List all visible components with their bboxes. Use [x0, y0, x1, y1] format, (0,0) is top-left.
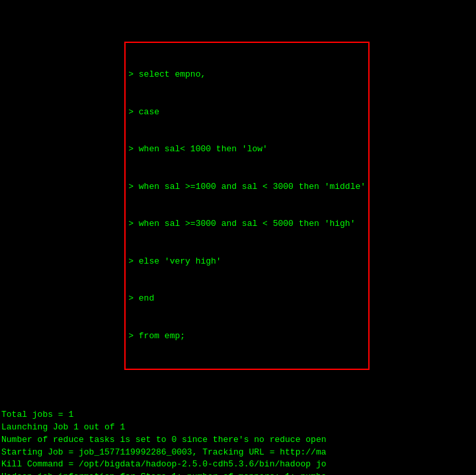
log-line-5: Hadoop job information for Stage-1: numb…	[1, 471, 475, 475]
sql-line-8: > from emp;	[128, 330, 366, 343]
sql-block: > select empno, > case > when sal< 1000 …	[124, 42, 370, 371]
sql-line-1: > select empno,	[128, 69, 366, 81]
terminal-output: > select empno, > case > when sal< 1000 …	[0, 0, 476, 475]
sql-line-5: > when sal >=3000 and sal < 5000 then 'h…	[128, 218, 366, 231]
log-lines: Total jobs = 1Launching Job 1 out of 1Nu…	[1, 409, 475, 475]
sql-line-6: > else 'very high'	[128, 256, 366, 268]
sql-line-2: > case	[128, 106, 366, 119]
log-line-4: Kill Command = /opt/bigdata/hadoop-2.5.0…	[1, 458, 475, 471]
sql-line-7: > end	[128, 293, 366, 305]
sql-line-3: > when sal< 1000 then 'low'	[128, 143, 366, 156]
sql-line-4: > when sal >=1000 and sal < 3000 then 'm…	[128, 181, 366, 194]
log-line-3: Starting Job = job_1577119992286_0003, T…	[1, 447, 475, 459]
log-line-0: Total jobs = 1	[1, 409, 475, 421]
log-line-1: Launching Job 1 out of 1	[1, 421, 475, 434]
log-line-2: Number of reduce tasks is set to 0 since…	[1, 434, 475, 447]
